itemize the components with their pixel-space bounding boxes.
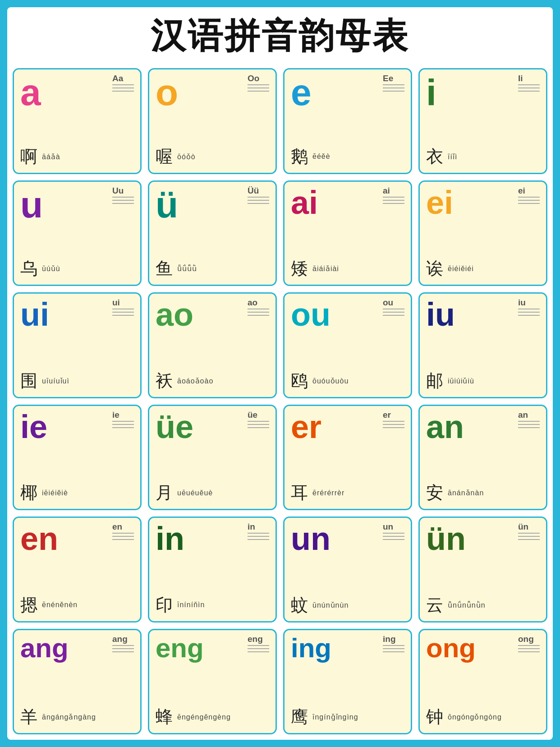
card-header-i: i Ii [426, 74, 540, 111]
main-letter-un: un [291, 522, 330, 555]
phonetic-card-ing: ing ing 鹰 īngínǧǐngìng [283, 629, 412, 735]
phonetic-card-iu: iu iu 邮 iūiúiǔiù [418, 292, 547, 398]
card-header-ing: ing ing [291, 635, 404, 662]
tones-ie: iēiéiěiè [42, 489, 134, 497]
tone-lines-en [112, 533, 134, 540]
small-label-üe: üe [248, 410, 257, 419]
line2-e [383, 88, 404, 88]
line3-ing [383, 651, 404, 652]
right-area-ong: ong [518, 635, 540, 652]
card-bottom-o: 喔 ōóǒò [156, 145, 269, 168]
line3-ao [248, 315, 269, 316]
line1-en [112, 533, 134, 534]
main-letter-ün: ün [426, 522, 466, 555]
tone-lines-ü [248, 197, 269, 204]
chinese-char-ao: 袄 [156, 369, 173, 392]
right-area-eng: eng [248, 635, 269, 652]
small-label-an: an [518, 410, 528, 419]
right-area-u: Uu [112, 186, 134, 204]
line2-ün [518, 536, 540, 537]
letter-area-ou: ou [291, 298, 330, 331]
line2-iu [518, 312, 540, 313]
line2-u [112, 200, 134, 201]
tones-ü: ǖǘǚǜ [177, 264, 269, 273]
small-label-ün: ün [518, 522, 528, 531]
line2-ao [248, 312, 269, 313]
line2-üe [248, 424, 269, 425]
tones-u: ūúǔù [42, 264, 134, 273]
card-bottom-ie: 椰 iēiéiěiè [20, 481, 134, 504]
tone-lines-ong [518, 645, 540, 652]
line2-ang [112, 648, 134, 649]
line1-i [518, 84, 540, 85]
letter-area-ong: ong [426, 635, 476, 662]
tones-ao: āoáoǎoào [177, 377, 269, 385]
line2-i [518, 88, 540, 88]
line1-u [112, 197, 134, 198]
card-header-iu: iu iu [426, 298, 540, 331]
card-bottom-i: 衣 īíǐì [426, 145, 540, 168]
phonetic-card-er: er er 耳 ērérérrèr [283, 405, 412, 511]
right-area-ui: ui [112, 298, 134, 316]
small-label-ü: Üü [248, 186, 259, 195]
chinese-char-ang: 羊 [20, 706, 37, 729]
letter-area-an: an [426, 410, 464, 443]
small-label-en: en [112, 522, 122, 531]
tones-un: ūnúnǔnùn [312, 601, 404, 609]
card-bottom-ai: 矮 āiáiǎiài [291, 257, 404, 280]
letter-area-ün: ün [426, 522, 466, 555]
phonetic-card-eng: eng eng 蜂 ēngéngěngèng [148, 629, 277, 735]
card-header-ün: ün ün [426, 522, 540, 555]
main-letter-ui: ui [20, 298, 49, 331]
small-label-ei: ei [518, 186, 525, 195]
line1-üe [248, 421, 269, 422]
phonetic-card-o: o Oo 喔 ōóǒò [148, 68, 277, 174]
chinese-char-o: 喔 [156, 145, 173, 168]
line3-ong [518, 651, 540, 652]
card-bottom-en: 摁 ēnéněnèn [20, 594, 134, 617]
line3-ui [112, 315, 134, 316]
letter-area-ing: ing [291, 635, 331, 662]
line1-un [383, 533, 404, 534]
card-bottom-ong: 钟 ōngóngǒngòng [426, 706, 540, 729]
right-area-iu: iu [518, 298, 540, 316]
card-bottom-ou: 鸥 ōuóuǒuòu [291, 369, 404, 392]
chinese-char-u: 乌 [20, 257, 37, 280]
main-letter-ing: ing [291, 635, 331, 662]
tones-ün: ǖnǘnǚnǜn [448, 601, 540, 609]
tone-lines-a [112, 84, 134, 92]
card-header-üe: üe üe [156, 410, 269, 443]
line2-er [383, 424, 404, 425]
tones-ui: uīuíuǐuì [42, 377, 134, 385]
right-area-e: Ee [383, 74, 404, 92]
right-area-ai: ai [383, 186, 404, 204]
card-header-an: an an [426, 410, 540, 443]
small-label-er: er [383, 410, 391, 419]
card-header-er: er er [291, 410, 404, 443]
tones-a: āáǎà [42, 152, 134, 161]
phonetic-card-ou: ou ou 鸥 ōuóuǒuòu [283, 292, 412, 398]
chinese-char-ü: 鱼 [156, 257, 173, 280]
tone-lines-i [518, 84, 540, 92]
line1-ing [383, 645, 404, 646]
line3-ai [383, 203, 404, 204]
phonetic-card-ui: ui ui 围 uīuíuǐuì [13, 292, 142, 398]
line2-in [248, 536, 269, 537]
line1-ei [518, 197, 540, 198]
right-area-ing: ing [383, 635, 404, 652]
line3-ü [248, 203, 269, 204]
small-label-ou: ou [383, 298, 393, 307]
tones-ong: ōngóngǒngòng [448, 713, 540, 721]
card-bottom-üe: 月 uēuéuěuè [156, 481, 269, 504]
chinese-char-eng: 蜂 [156, 706, 173, 729]
letter-area-en: en [20, 522, 58, 555]
right-area-üe: üe [248, 410, 269, 428]
small-label-e: Ee [383, 74, 393, 83]
chinese-char-iu: 邮 [426, 369, 443, 392]
phonetic-card-u: u Uu 乌 ūúǔù [13, 180, 142, 286]
small-label-ui: ui [112, 298, 120, 307]
line3-ie [112, 427, 134, 428]
line3-an [518, 427, 540, 428]
main-letter-an: an [426, 410, 464, 443]
main-letter-eng: eng [156, 635, 204, 662]
